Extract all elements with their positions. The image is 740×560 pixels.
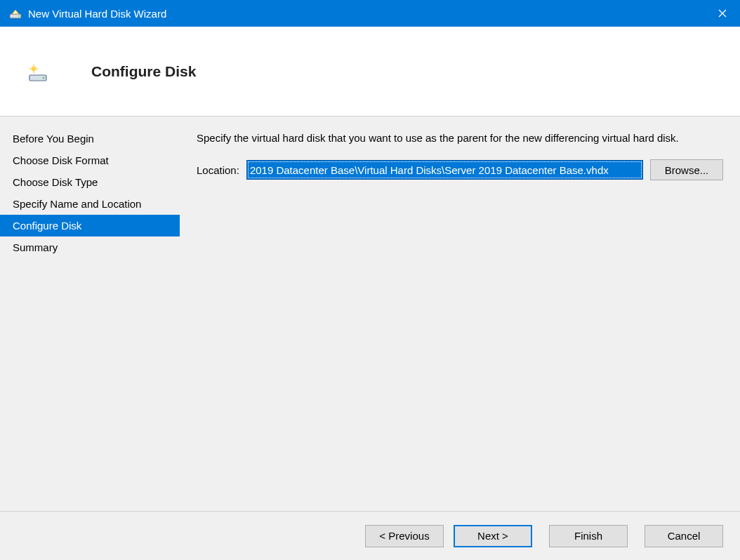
svg-point-1	[18, 15, 20, 17]
wizard-header: Configure Disk	[0, 27, 740, 116]
disk-icon	[28, 60, 51, 83]
finish-button[interactable]: Finish	[549, 525, 628, 547]
previous-button[interactable]: < Previous	[365, 525, 444, 547]
wizard-footer: < Previous Next > Finish Cancel	[0, 511, 740, 560]
step-specify-name-location[interactable]: Specify Name and Location	[0, 193, 180, 215]
step-configure-disk[interactable]: Configure Disk	[0, 215, 180, 236]
instruction-text: Specify the virtual hard disk that you w…	[197, 131, 723, 145]
location-label: Location:	[197, 164, 239, 176]
browse-button[interactable]: Browse...	[650, 159, 723, 180]
location-input[interactable]	[246, 160, 643, 180]
page-title: Configure Disk	[91, 63, 196, 80]
step-summary[interactable]: Summary	[0, 236, 180, 258]
step-choose-disk-type[interactable]: Choose Disk Type	[0, 171, 180, 193]
wizard-content: Specify the virtual hard disk that you w…	[180, 116, 740, 511]
cancel-button[interactable]: Cancel	[645, 525, 723, 547]
svg-point-6	[32, 66, 37, 71]
titlebar: New Virtual Hard Disk Wizard	[0, 0, 740, 27]
disk-wizard-icon	[8, 6, 22, 20]
step-before-you-begin[interactable]: Before You Begin	[0, 128, 180, 149]
close-button[interactable]	[705, 0, 740, 27]
wizard-steps-sidebar: Before You Begin Choose Disk Format Choo…	[0, 116, 180, 511]
window-title: New Virtual Hard Disk Wizard	[28, 8, 705, 20]
step-choose-disk-format[interactable]: Choose Disk Format	[0, 149, 180, 171]
next-button[interactable]: Next >	[454, 525, 532, 547]
svg-point-5	[43, 76, 45, 79]
